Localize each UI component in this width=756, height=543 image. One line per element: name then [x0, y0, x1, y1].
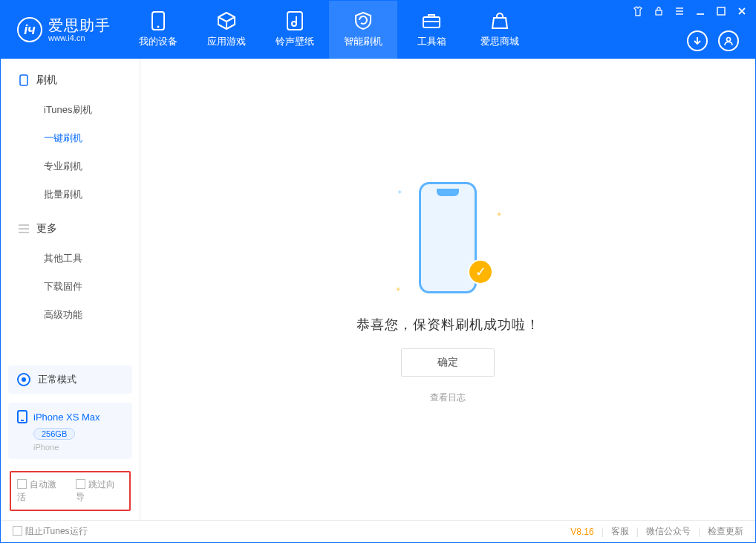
- sidebar-section-flash: 刷机: [1, 71, 140, 90]
- logo-icon: iч: [17, 17, 42, 42]
- music-file-icon: [285, 11, 304, 30]
- lock-icon[interactable]: [653, 5, 665, 17]
- app-name-cn: 爱思助手: [48, 17, 111, 33]
- tab-toolbox[interactable]: 工具箱: [397, 1, 466, 59]
- app-name-en: www.i4.cn: [48, 33, 111, 42]
- device-type: iPhone: [33, 443, 123, 452]
- shirt-icon[interactable]: [632, 5, 644, 17]
- sidebar-item-pro-flash[interactable]: 专业刷机: [1, 152, 140, 181]
- main-content: ✓ ✦ ✦ ✦ 恭喜您，保资料刷机成功啦！ 确定 查看日志: [140, 59, 755, 520]
- check-update-link[interactable]: 检查更新: [708, 525, 743, 538]
- sidebar-item-onekey-flash[interactable]: 一键刷机: [1, 124, 140, 152]
- checkbox-block-itunes[interactable]: 阻止iTunes运行: [13, 525, 88, 538]
- status-bar: 阻止iTunes运行 V8.16 | 客服 | 微信公众号 | 检查更新: [1, 520, 755, 542]
- svg-point-3: [292, 22, 296, 26]
- svg-rect-8: [20, 75, 27, 85]
- user-button[interactable]: [718, 30, 739, 51]
- success-illustration: ✓ ✦ ✦ ✦: [407, 175, 489, 301]
- tab-flash[interactable]: 智能刷机: [329, 1, 397, 59]
- sidebar-item-download-firmware[interactable]: 下载固件: [1, 273, 140, 301]
- svg-point-1: [157, 26, 160, 28]
- toolbox-icon: [422, 11, 441, 30]
- tab-store[interactable]: 爱思商城: [466, 1, 534, 59]
- checkbox-group-highlighted: 自动激活 跳过向导: [10, 471, 131, 511]
- download-button[interactable]: [687, 30, 708, 51]
- sidebar-item-batch-flash[interactable]: 批量刷机: [1, 181, 140, 209]
- svg-rect-5: [656, 10, 662, 15]
- main-tabs: 我的设备 应用游戏 铃声壁纸 智能刷机 工具箱 爱思商城: [124, 1, 534, 59]
- success-message: 恭喜您，保资料刷机成功啦！: [356, 316, 540, 334]
- window-controls: [632, 5, 748, 17]
- mode-dot-icon: [17, 373, 30, 386]
- tab-device[interactable]: 我的设备: [124, 1, 192, 59]
- phone-small-icon: [19, 75, 29, 85]
- device-card[interactable]: iPhone XS Max 256GB iPhone: [8, 403, 132, 459]
- sparkle-icon: ✦: [395, 285, 401, 293]
- checkbox-auto-activate[interactable]: 自动激活: [17, 478, 65, 504]
- check-badge-icon: ✓: [468, 259, 493, 284]
- list-icon: [19, 224, 29, 234]
- minimize-button[interactable]: [694, 5, 706, 17]
- close-button[interactable]: [736, 5, 748, 17]
- device-name: iPhone XS Max: [33, 412, 100, 423]
- bag-icon: [490, 11, 509, 30]
- sidebar-section-more: 更多: [1, 219, 140, 238]
- support-link[interactable]: 客服: [611, 525, 629, 538]
- sidebar-item-itunes-flash[interactable]: iTunes刷机: [1, 96, 140, 124]
- refresh-shield-icon: [353, 11, 373, 30]
- maximize-button[interactable]: [715, 5, 727, 17]
- sparkle-icon: ✦: [397, 188, 403, 196]
- header-actions: [687, 30, 739, 51]
- sparkle-icon: ✦: [496, 210, 502, 218]
- mode-card[interactable]: 正常模式: [8, 365, 132, 394]
- mode-label: 正常模式: [38, 373, 76, 386]
- checkbox-skip-guide[interactable]: 跳过向导: [76, 478, 124, 504]
- device-capacity: 256GB: [33, 428, 75, 440]
- sidebar-item-other-tools[interactable]: 其他工具: [1, 244, 140, 273]
- menu-icon[interactable]: [674, 5, 685, 17]
- tab-ringtones[interactable]: 铃声壁纸: [261, 1, 329, 59]
- app-header: iч 爱思助手 www.i4.cn 我的设备 应用游戏 铃声壁纸 智能刷机 工具…: [1, 1, 755, 59]
- tab-apps[interactable]: 应用游戏: [192, 1, 261, 59]
- view-log-link[interactable]: 查看日志: [430, 391, 466, 404]
- cube-icon: [217, 11, 236, 30]
- ok-button[interactable]: 确定: [401, 348, 495, 377]
- phone-icon: [149, 11, 168, 30]
- version-label: V8.16: [570, 527, 593, 537]
- sidebar: 刷机 iTunes刷机 一键刷机 专业刷机 批量刷机 更多 其他工具 下载固件 …: [1, 59, 140, 520]
- svg-point-7: [727, 38, 731, 42]
- svg-rect-2: [287, 12, 302, 30]
- sidebar-item-advanced[interactable]: 高级功能: [1, 301, 140, 329]
- device-phone-icon: [17, 410, 27, 423]
- svg-rect-6: [717, 7, 725, 15]
- wechat-link[interactable]: 微信公众号: [646, 525, 691, 538]
- logo: iч 爱思助手 www.i4.cn: [1, 1, 124, 59]
